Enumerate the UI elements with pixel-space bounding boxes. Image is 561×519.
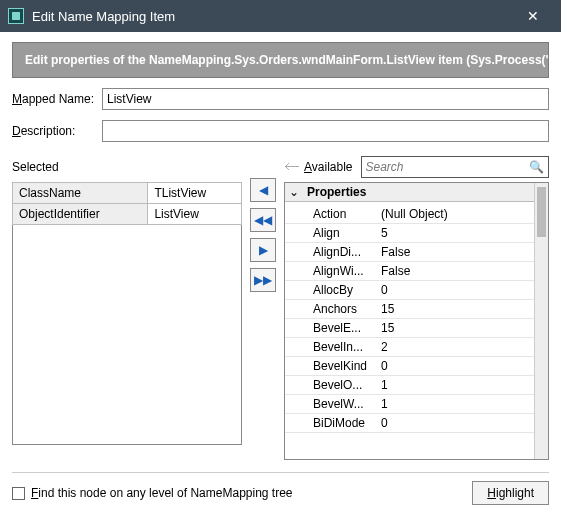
tree-twisty-icon[interactable]: ⌄ [285,183,303,201]
selected-value[interactable]: TListView [148,183,242,204]
close-button[interactable]: ✕ [513,0,553,32]
banner: Edit properties of the NameMapping.Sys.O… [12,42,549,78]
property-name: AlignWi... [285,262,377,280]
tree-row[interactable]: AlignWi...False [285,262,534,281]
tree-row[interactable]: Anchors15 [285,300,534,319]
description-input[interactable] [102,120,549,142]
available-panel: 🡐 Available Search 🔍 ⌄ Properties Action… [284,156,549,460]
window-title: Edit Name Mapping Item [32,9,513,24]
tree-row[interactable]: AlignDi...False [285,243,534,262]
move-right-button[interactable]: ▶ [250,238,276,262]
table-row[interactable]: ObjectIdentifierListView [13,204,242,225]
tree-row[interactable]: AllocBy0 [285,281,534,300]
properties-root[interactable]: ⌄ Properties [285,183,548,202]
scrollbar-thumb[interactable] [537,187,546,237]
property-name: Align [285,224,377,242]
property-value: 5 [377,224,534,242]
move-buttons: ◀ ◀◀ ▶ ▶▶ [248,156,278,292]
available-label: Available [304,160,353,174]
property-value: 0 [377,414,534,432]
property-value: 15 [377,300,534,318]
table-row[interactable]: ClassNameTListView [13,183,242,204]
property-name: Action [285,205,377,223]
back-arrow-icon[interactable]: 🡐 [284,158,300,176]
property-value: False [377,243,534,261]
property-value: 1 [377,376,534,394]
property-value: 2 [377,338,534,356]
selected-key: ObjectIdentifier [13,204,148,225]
tree-row[interactable]: Align5 [285,224,534,243]
move-all-left-button[interactable]: ◀◀ [250,208,276,232]
separator [12,472,549,473]
tree-row[interactable]: BevelW...1 [285,395,534,414]
selected-panel: Selected ClassNameTListViewObjectIdentif… [12,156,242,445]
search-placeholder: Search [366,160,530,174]
find-node-checkbox[interactable] [12,487,25,500]
selected-label: Selected [12,160,59,174]
tree-row[interactable]: BiDiMode0 [285,414,534,433]
property-value: (Null Object) [377,205,534,223]
property-name: BiDiMode [285,414,377,432]
property-value: False [377,262,534,280]
mapped-name-label: Mapped Name: [12,92,102,106]
tree-row[interactable]: BevelKind0 [285,357,534,376]
property-name: AllocBy [285,281,377,299]
tree-row[interactable]: BevelIn...2 [285,338,534,357]
property-value: 15 [377,319,534,337]
dialog-content: Edit properties of the NameMapping.Sys.O… [0,32,561,519]
selected-grid[interactable]: ClassNameTListViewObjectIdentifierListVi… [12,182,242,225]
tree-row[interactable]: BevelE...15 [285,319,534,338]
mapped-name-input[interactable] [102,88,549,110]
property-value: 1 [377,395,534,413]
move-left-button[interactable]: ◀ [250,178,276,202]
property-value: 0 [377,357,534,375]
titlebar: Edit Name Mapping Item ✕ [0,0,561,32]
search-icon[interactable]: 🔍 [529,160,544,174]
property-name: AlignDi... [285,243,377,261]
app-icon [8,8,24,24]
property-name: BevelIn... [285,338,377,356]
options-row: Find this node on any level of NameMappi… [12,481,549,505]
selected-value[interactable]: ListView [148,204,242,225]
selected-grid-filler [12,225,242,445]
find-node-label: Find this node on any level of NameMappi… [31,486,293,500]
property-value: 0 [377,281,534,299]
highlight-button[interactable]: Highlight [472,481,549,505]
property-name: BevelE... [285,319,377,337]
properties-root-label: Properties [303,183,548,201]
tree-scrollbar[interactable] [534,183,548,459]
property-name: BevelO... [285,376,377,394]
properties-tree[interactable]: ⌄ Properties Action(Null Object)Align5Al… [284,182,549,460]
tree-row[interactable]: BevelO...1 [285,376,534,395]
mapped-name-row: Mapped Name: [12,88,549,110]
search-input[interactable]: Search 🔍 [361,156,550,178]
tree-row[interactable]: Action(Null Object) [285,205,534,224]
selected-key: ClassName [13,183,148,204]
property-name: Anchors [285,300,377,318]
move-all-right-button[interactable]: ▶▶ [250,268,276,292]
description-label: Description: [12,124,102,138]
property-name: BevelKind [285,357,377,375]
property-name: BevelW... [285,395,377,413]
description-row: Description: [12,120,549,142]
